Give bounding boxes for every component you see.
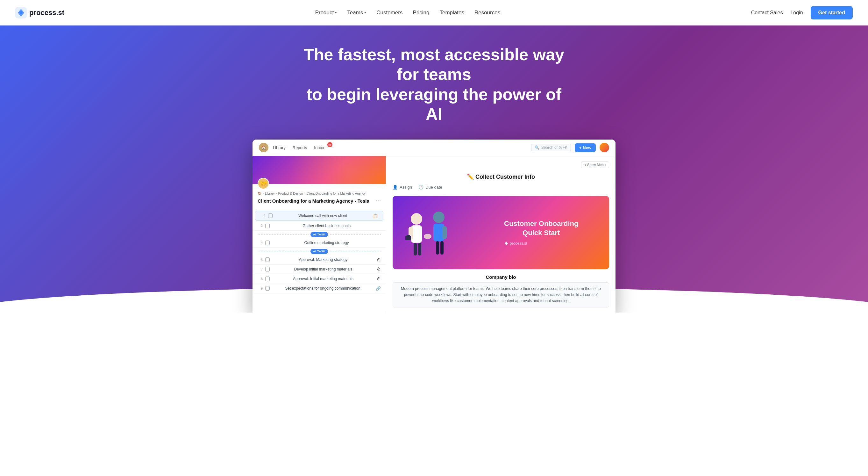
nav-product[interactable]: Product ▾ <box>315 9 337 16</box>
task-row[interactable]: 8 Approval: Initial marketing materials … <box>252 274 386 284</box>
nav-templates[interactable]: Templates <box>439 9 464 16</box>
task-clock-icon: ⏱ <box>377 267 381 272</box>
ai-task-badge: AI TASK <box>310 232 328 237</box>
right-panel: ‹ Show Menu ✏️ Collect Customer Info 👤 A… <box>386 156 616 313</box>
contact-sales-link[interactable]: Contact Sales <box>751 10 783 16</box>
task-row[interactable]: 9 Set expectations for ongoing communica… <box>252 284 386 293</box>
doc-title: Client Onboarding for a Marketing Agency… <box>257 198 381 204</box>
search-icon: 🔍 <box>535 145 539 150</box>
assign-button[interactable]: 👤 Assign <box>393 185 412 189</box>
breadcrumb-workflow[interactable]: Client Onboarding for a Marketing Agency <box>306 192 366 195</box>
onboarding-card-title: Customer OnboardingQuick Start <box>504 219 578 237</box>
left-panel-avatar: 🤝 <box>257 178 269 189</box>
svg-rect-14 <box>440 241 443 255</box>
task-list: 1 Welcome call with new client 📋 2 Gathe… <box>252 210 386 293</box>
ai-task-row: AI TASK <box>252 231 386 238</box>
nav-pricing[interactable]: Pricing <box>413 9 429 16</box>
user-avatar[interactable] <box>599 143 609 152</box>
hero-title: The fastest, most accessible way for tea… <box>304 44 564 124</box>
task-checkbox[interactable] <box>265 241 270 245</box>
handshake-illustration <box>399 201 456 265</box>
chevron-down-icon: ▾ <box>364 10 366 14</box>
chevron-down-icon: ▾ <box>335 10 337 14</box>
nav-links: Product ▾ Teams ▾ Customers Pricing Temp… <box>315 9 500 16</box>
process-st-logo-small <box>504 241 508 246</box>
breadcrumb-product-design[interactable]: Product & Design <box>278 192 303 195</box>
svg-marker-16 <box>505 241 508 245</box>
breadcrumb-library[interactable]: Library <box>265 192 275 195</box>
svg-rect-6 <box>414 243 417 256</box>
task-checkbox[interactable] <box>265 276 270 281</box>
svg-rect-12 <box>442 226 447 239</box>
get-started-button[interactable]: Get started <box>811 6 853 20</box>
task-clock-icon: ⏱ <box>377 258 381 262</box>
nav-resources[interactable]: Resources <box>474 9 500 16</box>
nav-customers[interactable]: Customers <box>376 9 402 16</box>
hero-section: The fastest, most accessible way for tea… <box>0 26 868 313</box>
login-link[interactable]: Login <box>790 10 803 16</box>
onboarding-illustration <box>399 201 456 269</box>
topbar-reports-link[interactable]: Reports <box>290 144 310 151</box>
task-checkbox[interactable] <box>265 267 270 271</box>
topbar-library-link[interactable]: Library <box>270 144 288 151</box>
task-row[interactable]: 1 Welcome call with new client 📋 <box>255 211 383 221</box>
company-bio-title: Company bio <box>393 274 609 280</box>
task-label: Approval: Initial marketing materials <box>272 276 374 281</box>
doc-options-button[interactable]: ⋯ <box>376 198 381 204</box>
breadcrumb-home-icon[interactable]: 🏠 <box>257 192 261 195</box>
svg-rect-13 <box>436 241 439 255</box>
svg-point-3 <box>411 213 422 225</box>
task-row[interactable]: 4 Outline marketing strategy <box>252 238 386 247</box>
task-row[interactable]: 6 Approval: Marketing strategy ⏱ <box>252 255 386 265</box>
left-panel-content: 🏠 › Library › Product & Design › Client … <box>252 184 386 210</box>
onboarding-card: Customer OnboardingQuick Start process.s… <box>393 196 609 269</box>
task-label: Develop initial marketing materials <box>272 267 374 271</box>
app-user-avatar-small[interactable]: 🏠 <box>259 143 269 152</box>
task-checkbox[interactable] <box>265 258 270 262</box>
task-meta: 👤 Assign 🕐 Due date <box>393 185 609 189</box>
left-panel: 🤝 🏠 › Library › Product & Design › Clien… <box>252 156 386 313</box>
clock-icon: 🕐 <box>418 185 424 189</box>
ai-task-badge: AI TASK <box>310 249 328 254</box>
logo-link[interactable]: process.st <box>15 7 64 19</box>
svg-rect-9 <box>407 235 410 236</box>
company-bio-text: Modern process management platform for t… <box>393 282 609 308</box>
show-menu-button[interactable]: ‹ Show Menu <box>581 161 609 168</box>
app-search-bar[interactable]: 🔍 Search or ⌘+K <box>531 144 571 151</box>
chevron-left-icon: ‹ <box>585 163 586 167</box>
topbar-left: 🏠 Library Reports Inbox 95 <box>259 143 327 152</box>
task-label: Outline marketing strategy <box>272 241 381 245</box>
logo-text: process.st <box>29 9 64 17</box>
new-button[interactable]: + New <box>575 143 596 152</box>
task-clock-icon: ⏱ <box>377 276 381 281</box>
navbar: process.st Product ▾ Teams ▾ Customers P… <box>0 0 868 26</box>
task-label: Welcome call with new client <box>275 213 370 218</box>
breadcrumb: 🏠 › Library › Product & Design › Client … <box>257 192 381 195</box>
app-window: 🏠 Library Reports Inbox 95 🔍 Search or ⌘… <box>252 140 616 313</box>
task-status-icon: 📋 <box>373 213 378 218</box>
task-checkbox[interactable] <box>268 213 273 218</box>
task-label: Gather client business goals <box>272 224 381 228</box>
person-icon: 👤 <box>393 185 398 189</box>
task-label: Set expectations for ongoing communicati… <box>272 286 373 291</box>
due-date-button[interactable]: 🕐 Due date <box>418 185 442 189</box>
svg-rect-8 <box>405 236 411 240</box>
task-row[interactable]: 7 Develop initial marketing materials ⏱ <box>252 265 386 274</box>
task-row[interactable]: 2 Gather client business goals <box>252 221 386 231</box>
task-checkbox[interactable] <box>265 286 270 291</box>
nav-teams[interactable]: Teams ▾ <box>347 9 366 16</box>
left-panel-hero-image: 🤝 <box>252 156 386 184</box>
svg-rect-7 <box>418 243 421 256</box>
nav-actions: Contact Sales Login Get started <box>751 6 853 20</box>
ai-task-row: AI TASK <box>252 247 386 255</box>
task-link-icon: 🔗 <box>376 286 381 291</box>
task-detail-title: ✏️ Collect Customer Info <box>393 173 609 180</box>
app-mockup: 🏠 Library Reports Inbox 95 🔍 Search or ⌘… <box>15 140 853 313</box>
inbox-badge-count: 95 <box>327 142 333 147</box>
task-label: Approval: Marketing strategy <box>272 258 374 262</box>
onboarding-card-logo: process.st <box>504 241 527 246</box>
svg-point-10 <box>433 212 444 223</box>
topbar-right: 🔍 Search or ⌘+K + New <box>531 143 609 152</box>
task-checkbox[interactable] <box>265 224 270 228</box>
topbar-inbox-link[interactable]: Inbox 95 <box>311 144 327 151</box>
